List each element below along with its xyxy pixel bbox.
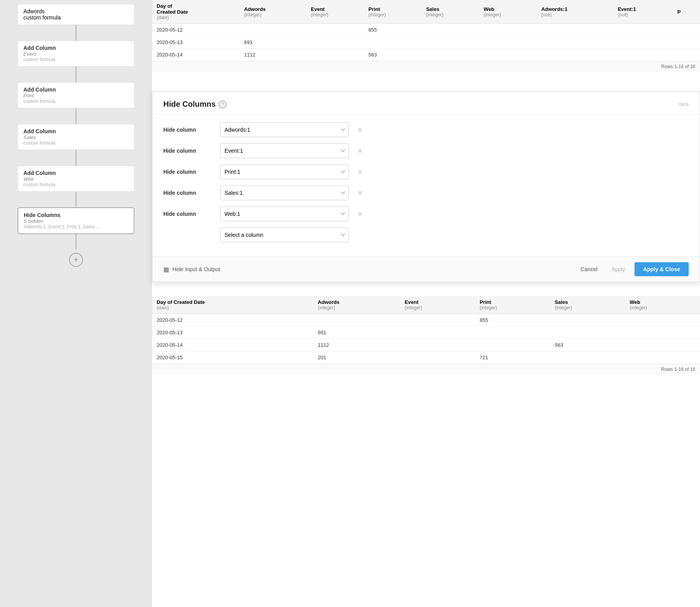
- pipeline-node-web[interactable]: Add Column Web custom formula: [18, 166, 134, 192]
- hide-input-output-label: Hide Input & Output: [172, 266, 220, 272]
- apply-button[interactable]: Apply: [607, 263, 630, 275]
- bot-col-header-sales: Sales (integer): [550, 296, 625, 314]
- node-title: Hide Columns: [24, 212, 128, 218]
- node-type: custom formula: [23, 140, 129, 146]
- dialog-footer: ▦ Hide Input & Output Cancel Apply Apply…: [152, 256, 700, 282]
- column-select-2[interactable]: Event:1: [220, 143, 349, 158]
- cell: [421, 24, 479, 36]
- pipeline-node-event[interactable]: Add Column Event custom formula: [18, 41, 134, 67]
- pipeline-connector: [76, 25, 76, 41]
- pipeline-connector: [76, 234, 76, 250]
- table-row: 2020-05-13 691: [152, 36, 700, 49]
- cell: 201: [313, 351, 400, 364]
- pipeline-node-print[interactable]: Add Column Print custom formula: [18, 82, 134, 108]
- cell: 2020-05-14: [152, 49, 239, 61]
- dialog-title: Hide Columns ?: [163, 100, 226, 109]
- bottom-table-container: Day of Created Date (date) Adwords (inte…: [152, 296, 700, 607]
- cell: 855: [364, 24, 421, 36]
- top-table-rows-label: Rows 1-16 of 16: [152, 61, 700, 72]
- cell: [537, 24, 613, 36]
- node-type: Adwords:1, Event:1, Print:1, Sales:...: [24, 224, 128, 229]
- bot-col-type-sales: (integer): [555, 305, 620, 311]
- cell: [306, 36, 364, 49]
- remove-button-4[interactable]: ✕: [355, 188, 364, 198]
- cell: [613, 36, 673, 49]
- hide-columns-dialog: Hide Columns ? 0ms Hide column Adwords:1…: [152, 92, 700, 282]
- cell: [625, 314, 700, 326]
- node-subtitle: Event: [23, 51, 129, 57]
- bottom-table-rows-label: Rows 1-16 of 16: [152, 364, 700, 374]
- cancel-button[interactable]: Cancel: [576, 263, 602, 275]
- column-select-empty[interactable]: Select a column: [220, 228, 349, 242]
- bottom-table: Day of Created Date (date) Adwords (inte…: [152, 296, 700, 364]
- cell: [421, 36, 479, 49]
- node-subtitle: Web: [23, 176, 129, 182]
- plus-icon: +: [74, 256, 78, 265]
- hide-row-empty: Select a column: [163, 228, 689, 242]
- remove-button-5[interactable]: ✕: [355, 209, 364, 219]
- top-table: Day ofCreated Date (date) Adwords (integ…: [152, 0, 700, 61]
- hide-row-5: Hide column Web:1 ✕: [163, 206, 689, 221]
- cell: [400, 326, 475, 339]
- col-type-adwords: (integer): [244, 12, 301, 18]
- hide-label-2: Hide column: [163, 148, 214, 154]
- cell: [673, 49, 700, 61]
- bot-col-type-date: (date): [157, 305, 308, 311]
- col-header-p: P: [673, 0, 700, 24]
- cell: [550, 314, 625, 326]
- col-type-adwords1: (null): [541, 12, 608, 18]
- apply-close-button[interactable]: Apply & Close: [635, 262, 689, 276]
- column-select-3[interactable]: Print:1: [220, 164, 349, 179]
- hide-row-4: Hide column Sales:1 ✕: [163, 185, 689, 200]
- cell: [306, 49, 364, 61]
- cell: 691: [239, 36, 306, 49]
- pipeline-node-sales[interactable]: Add Column Sales custom formula: [18, 124, 134, 150]
- col-type-sales: (integer): [426, 12, 474, 18]
- pipeline-node-adwords-partial[interactable]: Adwords custom formula: [18, 4, 134, 25]
- cell: [537, 49, 613, 61]
- node-title: Adwords: [23, 8, 129, 14]
- col-header-event: Event (integer): [306, 0, 364, 24]
- cell: [479, 36, 537, 49]
- bot-col-header-print: Print (integer): [475, 296, 550, 314]
- remove-button-1[interactable]: ✕: [355, 125, 364, 134]
- col-header-event1: Event:1 (null): [613, 0, 673, 24]
- table-row: 2020-05-15 201 721: [152, 351, 700, 364]
- column-select-5[interactable]: Web:1: [220, 206, 349, 221]
- table-row: 2020-05-12 855: [152, 314, 700, 326]
- bot-col-type-web: (integer): [630, 305, 695, 311]
- cell: 855: [475, 314, 550, 326]
- remove-button-2[interactable]: ✕: [355, 146, 364, 155]
- cell: 563: [364, 49, 421, 61]
- column-select-1[interactable]: Adwords:1: [220, 122, 349, 137]
- col-type-date: (date): [157, 15, 235, 20]
- help-icon[interactable]: ?: [219, 101, 226, 108]
- node-subtitle: Print: [23, 93, 129, 99]
- bot-col-header-date: Day of Created Date (date): [152, 296, 313, 314]
- node-subtitle: Sales: [23, 134, 129, 140]
- cell: 563: [550, 339, 625, 351]
- col-header-adwords1: Adwords:1 (null): [537, 0, 613, 24]
- column-select-4[interactable]: Sales:1: [220, 185, 349, 200]
- node-type: custom formula: [23, 57, 129, 62]
- remove-button-3[interactable]: ✕: [355, 167, 364, 176]
- add-node-button[interactable]: +: [69, 253, 83, 267]
- cell: [537, 36, 613, 49]
- pipeline-node-hide-columns[interactable]: Hide Columns 5 hidden Adwords:1, Event:1…: [18, 207, 134, 234]
- cell: [239, 24, 306, 36]
- table-row: 2020-05-14 1112 563: [152, 49, 700, 61]
- cell: [421, 49, 479, 61]
- col-type-print: (integer): [368, 12, 417, 18]
- pipeline-panel: Adwords custom formula Add Column Event …: [0, 0, 152, 607]
- top-table-container: Day ofCreated Date (date) Adwords (integ…: [152, 0, 700, 94]
- cell: [475, 326, 550, 339]
- cell: [613, 49, 673, 61]
- pipeline-connector: [76, 192, 76, 207]
- node-title: Add Column: [23, 128, 129, 134]
- cell: 691: [313, 326, 400, 339]
- cell: [613, 24, 673, 36]
- cell: [479, 24, 537, 36]
- table-row: 2020-05-14 1112 563: [152, 339, 700, 351]
- cell: 2020-05-12: [152, 314, 313, 326]
- col-header-web: Web (integer): [479, 0, 537, 24]
